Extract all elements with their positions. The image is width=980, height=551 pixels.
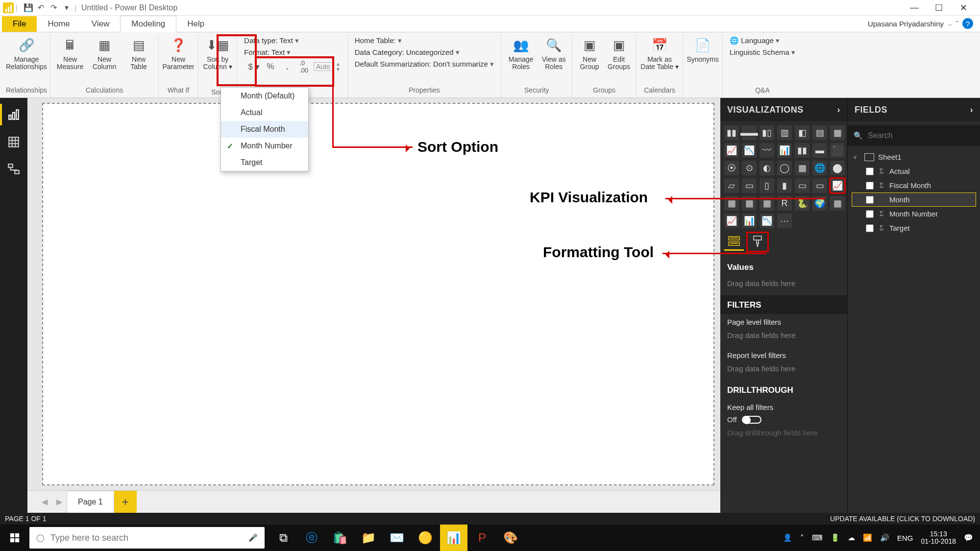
linguistic-schema-dropdown[interactable]: Linguistic Schema [730, 48, 795, 57]
tab-view[interactable]: View [81, 16, 121, 32]
increase-decimals-icon[interactable]: ▲ [336, 61, 341, 67]
field-row[interactable]: Σ Target [852, 221, 976, 235]
visual-type-icon[interactable]: ▭ [812, 178, 827, 193]
edge-icon[interactable]: ⓔ [298, 525, 325, 551]
decimals-auto[interactable]: Auto [314, 62, 333, 71]
format-tool-button[interactable] [748, 233, 767, 251]
new-column-button[interactable]: ▦New Column [88, 34, 121, 73]
table-sheet1[interactable]: ▿ Sheet1 [852, 150, 976, 164]
manage-relationships-button[interactable]: 🔗 Manage Relationships [10, 34, 43, 73]
sort-menu-item[interactable]: Month Number [221, 138, 308, 154]
new-table-button[interactable]: ▤New Table [122, 34, 155, 73]
file-explorer-icon[interactable]: 📁 [355, 525, 382, 551]
visual-type-icon[interactable]: ▬▬ [742, 125, 757, 140]
decrease-decimals-icon[interactable]: ▼ [336, 67, 341, 72]
drillthrough-drop-hint[interactable]: Drag drillthrough fields here [724, 426, 843, 445]
start-button[interactable] [0, 525, 29, 551]
taskbar-search-input[interactable] [50, 533, 243, 543]
new-group-button[interactable]: ▣New Group [575, 34, 604, 73]
visual-type-icon[interactable]: 🌐 [812, 161, 827, 175]
visual-type-icon[interactable]: ▤ [812, 125, 827, 140]
fields-search-input[interactable] [868, 131, 974, 140]
percent-format-button[interactable]: % [264, 60, 277, 73]
update-available-link[interactable]: UPDATE AVAILABLE (CLICK TO DOWNLOAD) [830, 515, 975, 523]
data-type-dropdown[interactable]: Data type: Text [244, 36, 341, 45]
sort-by-column-button[interactable]: ⬇︎▦ Sort by Column ▾ [198, 34, 237, 73]
visual-type-icon[interactable]: 📈 [724, 214, 739, 228]
keyboard-icon[interactable]: ⌨ [812, 533, 823, 542]
visual-type-icon[interactable]: ⬤ [830, 161, 845, 175]
visual-type-icon[interactable]: 📊 [742, 214, 757, 228]
visual-type-icon[interactable]: ▦ [795, 161, 809, 175]
visual-type-icon[interactable]: ◐ [760, 161, 774, 175]
report-filters-drop-hint[interactable]: Drag data fields here [724, 361, 843, 381]
paint-icon[interactable]: 🎨 [497, 525, 524, 551]
visual-type-icon[interactable]: ▦ [830, 196, 845, 211]
undo-icon[interactable]: ↶ [35, 2, 47, 14]
edit-groups-button[interactable]: ▣Edit Groups [605, 34, 633, 73]
visual-type-icon[interactable]: 📊 [777, 143, 792, 158]
field-checkbox[interactable] [866, 168, 874, 175]
field-checkbox[interactable] [866, 210, 874, 218]
save-icon[interactable]: 💾 [23, 2, 34, 14]
page-prev-button[interactable]: ◀ [37, 493, 52, 511]
visual-type-icon[interactable]: ⊙ [742, 161, 757, 175]
field-checkbox[interactable] [866, 182, 874, 190]
qat-dropdown-icon[interactable]: ▾ [61, 2, 73, 14]
window-maximize[interactable]: ☐ [929, 1, 949, 15]
visual-type-icon[interactable]: 📈 [724, 143, 739, 158]
visual-type-icon[interactable]: ▱ [724, 178, 739, 193]
tray-chevron-icon[interactable]: ˄ [800, 533, 804, 542]
window-minimize[interactable]: — [905, 1, 924, 15]
tab-help[interactable]: Help [176, 16, 215, 32]
sort-menu-item[interactable]: Target [221, 154, 308, 171]
tab-modeling[interactable]: Modeling [120, 16, 176, 32]
visual-type-icon[interactable]: ⦿ [724, 161, 739, 175]
visual-type-icon[interactable]: ▮ [777, 178, 792, 193]
model-view-button[interactable] [0, 156, 27, 183]
visual-type-icon[interactable]: 〰 [760, 143, 774, 158]
notifications-icon[interactable]: 💬 [964, 533, 973, 542]
keep-all-filters-toggle[interactable]: Off [724, 413, 843, 426]
tab-file[interactable]: File [2, 16, 37, 32]
visual-type-icon[interactable]: ▦ [830, 125, 845, 140]
sort-menu-item[interactable]: Month (Default) [221, 88, 308, 104]
add-page-button[interactable]: + [114, 491, 137, 513]
task-view-icon[interactable]: ⧉ [270, 525, 297, 551]
visual-type-icon[interactable]: ▥ [777, 125, 792, 140]
format-dropdown[interactable]: Format: Text [244, 48, 341, 57]
report-canvas[interactable] [42, 103, 714, 485]
store-icon[interactable]: 🛍️ [326, 525, 354, 551]
thousands-sep-button[interactable]: , [280, 60, 294, 73]
visual-type-icon[interactable]: ⬛ [830, 143, 845, 158]
report-view-button[interactable] [0, 101, 27, 128]
fields-search[interactable]: 🔍 [848, 125, 980, 146]
help-icon[interactable]: ? [962, 18, 973, 29]
visual-type-icon[interactable]: ▯ [760, 178, 774, 193]
visual-type-icon[interactable]: ⋯ [777, 214, 792, 228]
language-indicator[interactable]: ENG [897, 534, 913, 542]
new-measure-button[interactable]: 🖩New Measure [53, 34, 87, 73]
battery-icon[interactable]: 🔋 [831, 533, 840, 542]
visual-type-icon[interactable]: ▭ [742, 178, 757, 193]
visual-type-icon[interactable]: ▭ [795, 178, 809, 193]
language-dropdown[interactable]: 🌐 Language [730, 36, 795, 45]
tab-home[interactable]: Home [37, 16, 80, 32]
new-parameter-button[interactable]: ❓New Parameter [162, 34, 195, 73]
user-menu-chevron-icon[interactable]: ⌵ [948, 19, 952, 28]
user-name[interactable]: Upasana Priyadarshiny [868, 20, 944, 28]
powerbi-taskbar-icon[interactable]: 📊 [440, 525, 467, 551]
values-drop-hint[interactable]: Drag data fields here [724, 276, 843, 295]
wifi-icon[interactable]: 📶 [863, 533, 872, 542]
field-row[interactable]: Σ Actual [852, 164, 976, 178]
data-category-dropdown[interactable]: Data Category: Uncategorized [355, 48, 494, 57]
data-view-button[interactable] [0, 128, 27, 156]
collapse-pane-icon[interactable]: › [837, 105, 841, 115]
field-row[interactable]: Σ Month Number [852, 207, 976, 221]
mail-icon[interactable]: ✉️ [383, 525, 411, 551]
chrome-icon[interactable]: 🟡 [412, 525, 439, 551]
window-close[interactable]: ✕ [954, 1, 973, 15]
mark-as-date-table-button[interactable]: 📅Mark as Date Table ▾ [639, 34, 680, 73]
collapse-ribbon-icon[interactable]: ˆ [956, 20, 958, 28]
synonyms-button[interactable]: 📄Synonyms [686, 34, 719, 65]
